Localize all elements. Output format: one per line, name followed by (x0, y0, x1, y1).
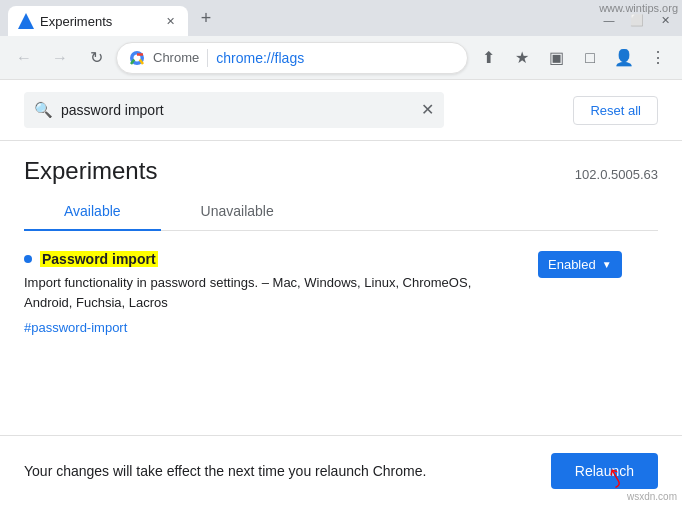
bottom-watermark: wsxdn.com (624, 490, 680, 503)
split-view-button[interactable]: □ (574, 42, 606, 74)
tab-close-button[interactable]: ✕ (162, 13, 178, 29)
kebab-menu-icon: ⋮ (650, 48, 666, 67)
experiment-dropdown-wrap: Enabled ▼ (538, 251, 658, 278)
navbar: ← → ↻ Chrome chrome://flags ⬆ ★ ▣ □ (0, 36, 682, 80)
tab-unavailable[interactable]: Unavailable (161, 193, 314, 231)
experiment-info: Password import Import functionality in … (24, 251, 522, 336)
tab-icon (18, 13, 34, 29)
experiment-dropdown[interactable]: Enabled ▼ (538, 251, 622, 278)
experiment-name-row: Password import (24, 251, 522, 267)
back-icon: ← (16, 49, 32, 67)
address-url: chrome://flags (216, 50, 304, 66)
titlebar: Experiments ✕ + — ⬜ ✕ www.wintips.org (0, 0, 682, 36)
search-input[interactable] (61, 102, 413, 118)
profile-icon: 👤 (614, 48, 634, 67)
experiment-name: Password import (40, 251, 158, 267)
nav-actions: ⬆ ★ ▣ □ 👤 ⋮ (472, 42, 674, 74)
search-bar-container: 🔍 ✕ Reset all (0, 80, 682, 141)
profile-button[interactable]: 👤 (608, 42, 640, 74)
share-icon: ⬆ (482, 48, 495, 67)
experiments-page-title: Experiments (24, 157, 157, 185)
tabs-container: Available Unavailable (24, 193, 658, 231)
version-badge: 102.0.5005.63 (575, 167, 658, 182)
forward-icon: → (52, 49, 68, 67)
experiment-description: Import functionality in password setting… (24, 273, 522, 312)
reload-button[interactable]: ↻ (80, 42, 112, 74)
search-clear-button[interactable]: ✕ (421, 102, 434, 118)
search-input-wrap: 🔍 ✕ (24, 92, 444, 128)
address-bar[interactable]: Chrome chrome://flags (116, 42, 468, 74)
reset-all-button[interactable]: Reset all (573, 96, 658, 125)
tab-available[interactable]: Available (24, 193, 161, 231)
chevron-down-icon: ▼ (602, 259, 612, 270)
active-indicator (24, 255, 32, 263)
forward-button[interactable]: → (44, 42, 76, 74)
search-icon: 🔍 (34, 101, 53, 119)
browser-tab[interactable]: Experiments ✕ (8, 6, 188, 36)
tab-title: Experiments (40, 14, 156, 29)
bottom-bar: Your changes will take effect the next t… (0, 435, 682, 505)
extensions-button[interactable]: ▣ (540, 42, 572, 74)
top-watermark: www.wintips.org (595, 0, 682, 16)
back-button[interactable]: ← (8, 42, 40, 74)
bookmark-button[interactable]: ★ (506, 42, 538, 74)
chrome-logo-icon (129, 50, 145, 66)
share-button[interactable]: ⬆ (472, 42, 504, 74)
puzzle-icon: ▣ (549, 48, 564, 67)
dropdown-value: Enabled (548, 257, 596, 272)
split-icon: □ (585, 49, 595, 67)
address-separator (207, 49, 208, 67)
experiment-link[interactable]: #password-import (24, 320, 127, 335)
experiment-item: Password import Import functionality in … (24, 251, 658, 356)
site-name: Chrome (153, 50, 199, 65)
experiments-header: Experiments 102.0.5005.63 (0, 141, 682, 193)
new-tab-button[interactable]: + (192, 4, 220, 32)
relaunch-notice: Your changes will take effect the next t… (24, 463, 426, 479)
menu-button[interactable]: ⋮ (642, 42, 674, 74)
reload-icon: ↻ (90, 48, 103, 67)
bookmark-icon: ★ (515, 48, 529, 67)
experiments-list: Password import Import functionality in … (0, 231, 682, 376)
